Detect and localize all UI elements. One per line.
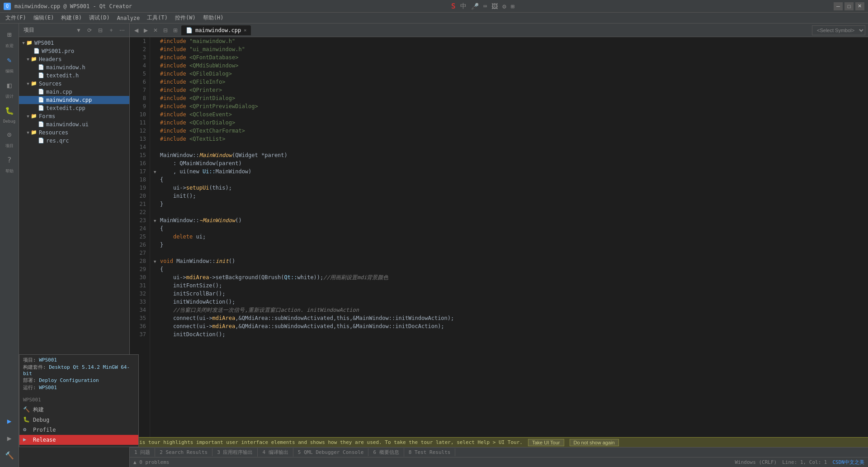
tree-item-textedit-h[interactable]: 📄 textedit.h	[19, 71, 129, 80]
tree-label-forms: Forms	[39, 113, 55, 119]
forward-button[interactable]: ▶	[142, 26, 150, 34]
filter-button[interactable]: ▼	[74, 26, 83, 35]
img-icon[interactable]: 🖼	[490, 3, 499, 10]
bottom-tab-3[interactable]: 4 编译输出	[258, 448, 293, 457]
bottom-tab-1[interactable]: 2 Search Results	[155, 448, 212, 456]
menu-edit[interactable]: 编辑(E)	[30, 13, 58, 23]
code-line-19: ui->setupUi(this);	[154, 184, 864, 192]
bottom-tab-0[interactable]: 1 问题	[130, 448, 155, 457]
kit-release-row[interactable]: ▶ Release	[19, 435, 138, 445]
bottom-tab-2[interactable]: 3 应用程序输出	[212, 448, 258, 457]
line-number-9: 9	[130, 102, 150, 110]
bottom-tab-6[interactable]: 8 Test Results	[404, 448, 456, 456]
line-number-29: 29	[130, 265, 150, 273]
minimize-button[interactable]: ─	[834, 2, 843, 10]
maximize-button[interactable]: □	[844, 2, 854, 10]
file-type-status: Windows (CRLF)	[735, 459, 777, 465]
projects-button[interactable]: ⊙	[1, 126, 18, 143]
tree-item-mainwindow-ui[interactable]: 📄 mainwindow.ui	[19, 120, 129, 129]
menu-help[interactable]: 帮助(H)	[199, 13, 227, 23]
tree-label-sources: Sources	[39, 81, 62, 87]
line-number-20: 20	[130, 192, 150, 200]
tree-arrow-forms: ▼	[25, 114, 31, 119]
bottom-tab-4[interactable]: 5 QML Debugger Console	[293, 448, 369, 456]
tree-root-wps001[interactable]: ▼ 📁 WPS001	[19, 39, 129, 47]
debug-button[interactable]: 🐛	[1, 102, 18, 119]
build-project-name: WPS001	[39, 357, 57, 363]
split-button[interactable]: ⊟	[161, 26, 170, 34]
tree-item-res-qrc[interactable]: 📄 res.qrc	[19, 137, 129, 145]
code-content[interactable]: #include "mainwindow.h" #include "ui_mai…	[150, 37, 868, 437]
code-line-26: }	[154, 241, 864, 249]
code-editor[interactable]: 1234567891011121314151617181920212223242…	[130, 37, 868, 437]
tab-mainwindow-cpp[interactable]: 📄 mainwindow.cpp ✕	[181, 25, 251, 35]
grid-icon[interactable]: ⊞	[509, 3, 516, 10]
collapse-button[interactable]: ⊟	[96, 26, 105, 35]
code-line-1: #include "mainwindow.h"	[154, 37, 864, 45]
help-label: 帮助	[5, 168, 14, 174]
menu-tools[interactable]: 工具(T)	[143, 13, 171, 23]
mic-icon[interactable]: 🎤	[470, 3, 480, 10]
tree-item-mainwindow-h[interactable]: 📄 mainwindow.h	[19, 63, 129, 71]
tab-close-button[interactable]: ✕	[244, 28, 246, 33]
kit-build-row[interactable]: 🔨 构建	[19, 405, 138, 415]
sources-folder-icon: 📁	[31, 81, 37, 87]
build-run: WPS001	[39, 385, 57, 391]
kit-debug-row[interactable]: 🐛 Debug	[19, 415, 138, 425]
code-line-8: #include <QPrintDialog>	[154, 94, 864, 102]
line-number-21: 21	[130, 200, 150, 208]
bottom-tabs: 1 问题2 Search Results3 应用程序输出4 编译输出5 QML …	[130, 447, 868, 457]
menu-build[interactable]: 构建(B)	[57, 13, 85, 23]
tab-file-icon: 📄	[186, 27, 193, 33]
welcome-button[interactable]: ⊞	[1, 26, 18, 43]
fold-arrow[interactable]: ▼	[154, 257, 160, 266]
take-tour-button[interactable]: Take UI Tour	[528, 439, 564, 446]
symbol-select[interactable]: <Select Symbol>	[812, 25, 865, 35]
sync-button[interactable]: ⟳	[85, 26, 94, 35]
do-not-show-button[interactable]: Do not show again	[570, 439, 619, 446]
code-line-37: initDocAction();	[154, 330, 864, 338]
menu-debug[interactable]: 调试(D)	[85, 13, 113, 23]
lang-icon[interactable]: 中	[459, 2, 468, 10]
menu-file[interactable]: 文件(F)	[2, 13, 30, 23]
tree-folder-resources[interactable]: ▼ 📁 Resources	[19, 129, 129, 137]
tree-item-mainwindow-cpp[interactable]: 📄 mainwindow.cpp	[19, 96, 129, 104]
fold-arrow[interactable]: ▼	[154, 168, 160, 176]
line-number-27: 27	[130, 249, 150, 257]
menu-analyze[interactable]: Analyze	[113, 14, 144, 22]
debug2-icon: 🐛	[23, 416, 30, 424]
open-in-ext-button[interactable]: ⊞	[171, 26, 179, 34]
tree-folder-headers[interactable]: ▼ 📁 Headers	[19, 55, 129, 63]
debug-run-button[interactable]: ▶	[1, 430, 18, 446]
more-button[interactable]: ⋯	[118, 26, 127, 35]
input-icon[interactable]: ⌨	[482, 3, 488, 10]
code-line-14	[154, 143, 864, 151]
kit-profile-label: Profile	[33, 427, 56, 433]
menu-controls[interactable]: 控件(W)	[171, 13, 199, 23]
line-number-11: 11	[130, 119, 150, 127]
close-button[interactable]: ✕	[855, 2, 864, 10]
help-button[interactable]: ?	[1, 152, 18, 168]
back-button[interactable]: ◀	[132, 26, 140, 34]
project-toolbar: 项目 ▼ ⟳ ⊟ + ⋯	[19, 24, 129, 37]
add-subproject-button[interactable]: +	[107, 26, 116, 35]
tree-folder-sources[interactable]: ▼ 📁 Sources	[19, 80, 129, 88]
close-doc-button[interactable]: ✕	[151, 26, 160, 34]
edit-button[interactable]: ✎	[1, 52, 18, 68]
design-button[interactable]: ◧	[1, 77, 18, 93]
tree-folder-forms[interactable]: ▼ 📁 Forms	[19, 112, 129, 120]
run-button[interactable]: ▶	[1, 413, 18, 429]
line-number-32: 32	[130, 290, 150, 298]
tree-item-wps001pro[interactable]: 📄 WPS001.pro	[19, 47, 129, 55]
build-all-button[interactable]: 🔨	[1, 447, 18, 463]
bottom-tab-5[interactable]: 6 概要信息	[368, 448, 404, 457]
tree-item-textedit-cpp[interactable]: 📄 textedit.cpp	[19, 104, 129, 112]
line-number-24: 24	[130, 224, 150, 233]
settings2-icon[interactable]: ⚙	[501, 3, 507, 10]
fold-arrow[interactable]: ▼	[154, 217, 160, 225]
code-line-24: {	[154, 224, 864, 233]
tree-item-main-cpp[interactable]: 📄 main.cpp	[19, 88, 129, 96]
kit-profile-row[interactable]: ⚙ Profile	[19, 425, 138, 435]
code-line-3: #include <QFontDatabase>	[154, 53, 864, 62]
code-line-17: ▼ , ui(new Ui::MainWindow)	[154, 167, 864, 176]
